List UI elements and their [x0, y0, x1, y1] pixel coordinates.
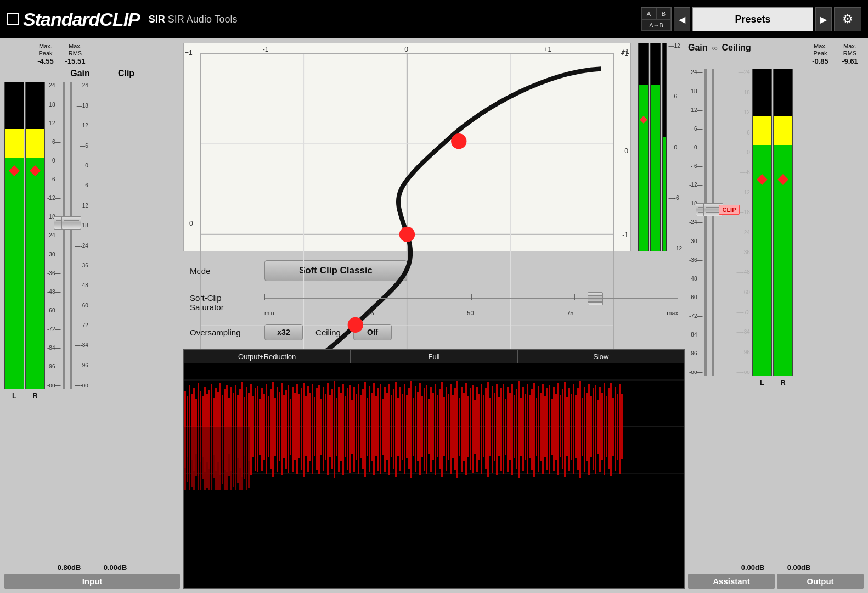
svg-rect-51 — [268, 396, 269, 457]
svg-rect-108 — [393, 389, 394, 469]
svg-rect-214 — [187, 427, 188, 482]
waveform-svg — [184, 363, 684, 490]
svg-rect-212 — [621, 394, 623, 459]
svg-rect-174 — [538, 386, 539, 472]
svg-rect-95 — [364, 382, 366, 477]
svg-rect-186 — [564, 382, 566, 477]
svg-point-7 — [348, 317, 363, 333]
svg-rect-72 — [314, 397, 315, 456]
output-gain-fader[interactable] — [704, 69, 707, 376]
svg-rect-222 — [204, 427, 206, 490]
input-r-meter — [25, 82, 45, 389]
svg-rect-224 — [208, 427, 210, 490]
svg-rect-88 — [349, 385, 351, 473]
svg-rect-82 — [336, 398, 337, 456]
output-ceiling-header: Ceiling — [722, 43, 751, 53]
svg-rect-161 — [509, 393, 511, 460]
svg-rect-68 — [305, 396, 307, 456]
svg-rect-182 — [555, 394, 557, 460]
svg-rect-73 — [316, 388, 318, 470]
output-r-meter — [773, 69, 793, 376]
logo-checkbox[interactable] — [7, 13, 19, 25]
input-gain-header: Gain — [64, 69, 97, 79]
logo-area: StandardCLIP SIR SIR Audio Tools — [7, 9, 635, 30]
waveform-tab-output[interactable]: Output+Reduction — [184, 350, 351, 363]
svg-rect-163 — [514, 395, 515, 458]
svg-rect-230 — [222, 427, 223, 484]
ab-transfer-button[interactable]: A→B — [641, 19, 671, 31]
svg-rect-90 — [353, 387, 355, 472]
ab-b-button[interactable]: B — [656, 8, 671, 19]
svg-rect-65 — [298, 394, 300, 458]
svg-rect-62 — [292, 387, 294, 472]
assistant-footer[interactable]: Assistant — [688, 574, 775, 589]
output-max-rms-value: -9.61 — [836, 57, 864, 65]
svg-rect-242 — [248, 427, 250, 488]
svg-rect-210 — [617, 394, 618, 460]
svg-rect-195 — [584, 387, 585, 472]
svg-rect-120 — [419, 383, 421, 475]
svg-rect-123 — [426, 385, 427, 474]
input-section: Max.Peak -4.55 Max.RMS -15.51 Gain Clip — [4, 43, 180, 589]
preset-display[interactable]: Presets — [692, 7, 813, 31]
svg-rect-191 — [575, 395, 577, 458]
svg-rect-167 — [522, 387, 524, 471]
svg-rect-143 — [470, 388, 471, 470]
curve-x-0: 0 — [404, 46, 408, 53]
input-clip-handle[interactable] — [61, 216, 81, 230]
svg-rect-129 — [439, 389, 441, 469]
top-center: -1 0 +1 +1 — [183, 43, 685, 251]
ab-box[interactable]: A B A→B — [641, 7, 672, 31]
input-clip-fader[interactable] — [70, 82, 72, 389]
settings-button[interactable]: ⚙ — [834, 7, 861, 31]
svg-rect-139 — [461, 387, 463, 472]
input-clip-header: Clip — [110, 69, 143, 79]
input-r-label: R — [32, 391, 37, 400]
svg-rect-194 — [582, 398, 583, 456]
svg-rect-100 — [375, 396, 377, 456]
input-footer: Input — [4, 574, 180, 589]
svg-rect-152 — [489, 398, 491, 456]
svg-rect-216 — [191, 427, 193, 487]
svg-rect-236 — [235, 427, 236, 490]
svg-rect-134 — [450, 384, 452, 474]
waveform-tab-slow[interactable]: Slow — [518, 350, 684, 363]
output-max-peak-value: -0.85 — [807, 57, 834, 65]
svg-rect-204 — [604, 383, 605, 475]
svg-rect-166 — [520, 398, 522, 456]
svg-rect-240 — [244, 427, 245, 479]
svg-rect-235 — [233, 427, 234, 487]
svg-rect-184 — [560, 395, 561, 457]
svg-rect-168 — [525, 394, 526, 460]
svg-rect-124 — [428, 399, 430, 454]
svg-point-8 — [399, 227, 415, 242]
svg-rect-121 — [421, 396, 423, 457]
svg-rect-173 — [536, 398, 537, 456]
output-ceiling-fader[interactable] — [712, 69, 714, 376]
svg-rect-86 — [345, 396, 346, 457]
svg-rect-56 — [279, 392, 280, 461]
svg-rect-97 — [369, 386, 370, 472]
svg-rect-187 — [566, 397, 568, 456]
svg-rect-169 — [527, 384, 528, 474]
svg-rect-150 — [485, 388, 487, 469]
svg-rect-200 — [595, 385, 596, 474]
svg-rect-188 — [568, 388, 570, 471]
svg-rect-109 — [395, 382, 397, 477]
saturator-handle[interactable] — [588, 292, 603, 305]
svg-rect-66 — [301, 388, 302, 470]
ab-a-button[interactable]: A — [641, 8, 656, 19]
waveform-tab-full[interactable]: Full — [351, 350, 517, 363]
svg-rect-149 — [483, 395, 484, 457]
svg-rect-196 — [586, 393, 588, 461]
preset-prev-button[interactable]: ◀ — [674, 7, 690, 31]
input-l-meter — [4, 82, 24, 389]
svg-rect-231 — [224, 427, 226, 490]
svg-rect-221 — [202, 427, 204, 479]
svg-point-9 — [451, 133, 466, 149]
saturator-slider[interactable]: min 25 50 75 max — [264, 289, 678, 316]
preset-next-button[interactable]: ▶ — [815, 7, 832, 31]
input-gain-fader[interactable] — [63, 82, 65, 389]
svg-rect-122 — [424, 388, 425, 471]
svg-rect-159 — [505, 399, 506, 455]
